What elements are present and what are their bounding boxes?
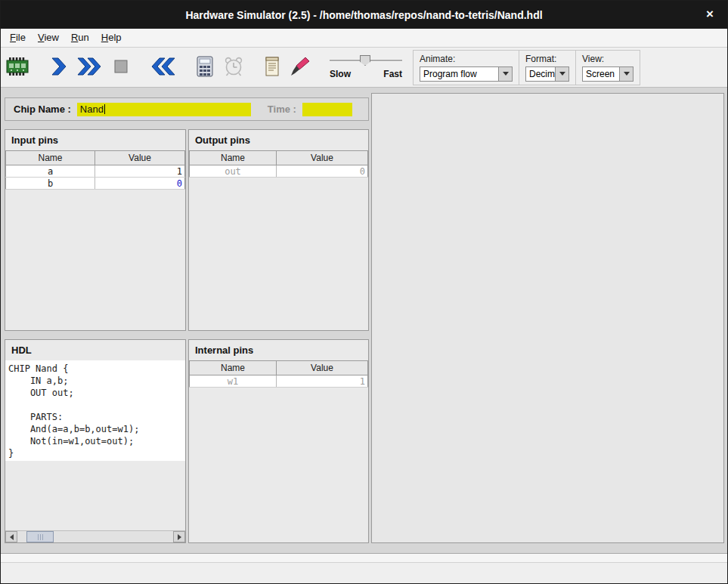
scroll-right-button[interactable] [173,531,185,542]
input-pins-table: Name Value a 1 b 0 [5,150,185,190]
pin-value: 1 [277,375,368,388]
column-header-value: Value [95,151,185,165]
triangle-right-icon [178,534,181,540]
internal-pins-panel: Internal pins Name Value w1 1 [188,339,369,543]
view-label: View: [582,54,634,64]
scroll-left-button[interactable] [5,531,17,542]
pin-name: a [6,165,95,178]
chevron-down-icon [559,72,565,76]
pin-value[interactable]: 1 [95,165,185,178]
titlebar: Hardware Simulator (2.5) - /home/thomas/… [1,1,727,29]
main-content: Chip Name : Nand Time : Input pins Name … [1,88,727,553]
table-row: out 0 [190,165,368,178]
internal-pins-title: Internal pins [189,340,368,360]
format-group: Format: Decimal [519,50,576,85]
close-icon[interactable]: × [702,7,717,22]
column-header-value: Value [277,361,368,375]
pin-name: b [6,178,95,190]
column-header-name: Name [190,361,277,375]
menu-view[interactable]: View [32,29,65,47]
chip-name-input[interactable]: Nand [77,103,251,116]
slider-fast-label: Fast [383,69,402,79]
screen-display-panel [371,93,724,543]
pin-value-selected[interactable]: 0 [95,178,185,190]
hdl-code: CHIP Nand { IN a,b; OUT out; PARTS: And(… [5,360,185,459]
statusbar [1,553,727,583]
column-header-value: Value [277,151,368,165]
time-field [302,103,352,116]
calculator-button[interactable] [194,51,216,84]
load-chip-button[interactable] [4,51,31,84]
output-pins-title: Output pins [189,130,368,150]
single-step-button[interactable] [47,51,70,84]
chip-name-label: Chip Name : [14,104,71,115]
column-header-name: Name [190,151,277,165]
slider-slow-label: Slow [330,69,351,79]
single-step-icon [48,56,68,79]
format-select[interactable]: Decimal [525,66,569,82]
pin-name: w1 [190,375,277,388]
speed-slider[interactable]: Slow Fast [330,55,402,79]
animate-select[interactable]: Program flow [420,66,513,82]
app-window: Hardware Simulator (2.5) - /home/thomas/… [0,0,728,584]
table-row: b 0 [6,178,185,190]
animate-label: Animate: [420,54,513,64]
scrollbar-thumb[interactable] [26,531,54,542]
menu-help[interactable]: Help [95,29,128,47]
speed-slider-track[interactable] [330,55,402,66]
output-pins-table: Name Value out 0 [189,150,368,178]
clear-button[interactable] [288,51,312,84]
reset-button[interactable] [147,51,178,84]
toolbar-combos: Animate: Program flow Format: Decimal Vi… [413,50,640,85]
text-caret [104,104,105,114]
chevron-down-icon [503,72,509,76]
format-dropdown-button[interactable] [555,67,568,81]
pin-name: out [190,165,277,178]
speed-slider-thumb[interactable] [360,55,370,66]
script-icon [263,55,281,80]
clock-button [221,51,246,84]
toolbar: Slow Fast Animate: Program flow Format: … [1,48,727,88]
column-header-name: Name [6,151,95,165]
window-title: Hardware Simulator (2.5) - /home/thomas/… [185,9,542,21]
menu-file[interactable]: File [4,29,32,47]
chip-name-bar: Chip Name : Nand Time : [5,97,369,121]
format-label: Format: [525,54,569,64]
chip-icon [5,57,29,79]
hdl-panel: HDL CHIP Nand { IN a,b; OUT out; PARTS: … [5,339,186,543]
input-pins-title: Input pins [5,130,185,150]
view-select[interactable]: Screen [582,66,634,82]
output-pins-panel: Output pins Name Value out 0 [188,129,369,331]
animate-value: Program flow [420,67,498,81]
clock-icon [223,56,244,79]
paintbrush-icon [290,56,311,79]
hdl-code-view: CHIP Nand { IN a,b; OUT out; PARTS: And(… [5,360,185,461]
rewind-icon [149,56,176,79]
triangle-left-icon [10,534,14,540]
view-script-button[interactable] [262,51,283,84]
internal-pins-table: Name Value w1 1 [189,360,368,388]
table-row: w1 1 [190,375,368,388]
view-group: View: Screen [575,50,640,85]
calculator-icon [195,55,215,80]
animate-group: Animate: Program flow [413,50,519,85]
hdl-horizontal-scrollbar[interactable] [5,530,185,542]
table-row: a 1 [6,165,185,178]
chevron-down-icon [624,72,630,76]
hdl-title: HDL [5,340,185,360]
input-pins-panel: Input pins Name Value a 1 b 0 [5,129,186,331]
stop-icon [112,57,130,78]
view-dropdown-button[interactable] [619,67,633,81]
view-value: Screen [583,67,619,81]
animate-dropdown-button[interactable] [498,67,512,81]
fast-forward-icon [76,56,104,79]
menubar: File View Run Help [1,29,727,48]
menu-run[interactable]: Run [65,29,95,47]
run-button[interactable] [75,51,105,84]
format-value: Decimal [526,67,555,81]
pin-value: 0 [277,165,368,178]
stop-button[interactable] [110,51,132,84]
time-label: Time : [268,104,296,115]
